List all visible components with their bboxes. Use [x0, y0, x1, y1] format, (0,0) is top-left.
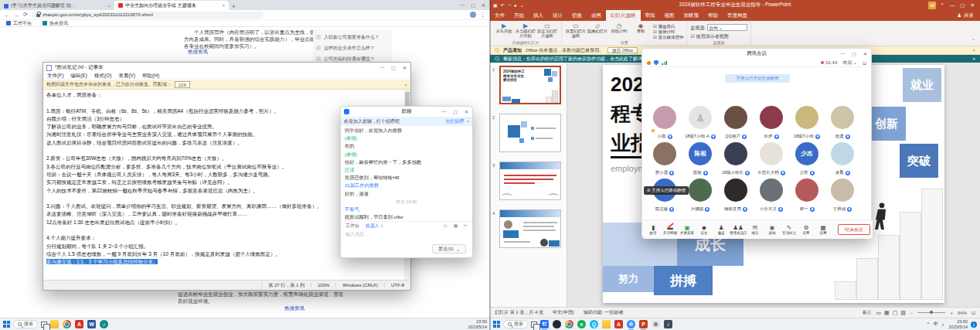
- ribbon-button[interactable]: ▶从头开始: [493, 22, 515, 39]
- chat-tool-icon[interactable]: ✂: [464, 223, 468, 229]
- meeting-tool-button[interactable]: ▦ 应用: [815, 223, 832, 237]
- account-avatar[interactable]: W: [928, 2, 936, 9]
- qat-icon[interactable]: ▣: [493, 2, 498, 8]
- ribbon-checkbox[interactable]: ☑ 显示媒体控件: [653, 35, 683, 40]
- tab-close-icon[interactable]: ×: [222, 3, 225, 8]
- browser-menu-icon[interactable]: ⋮: [480, 12, 485, 18]
- taskbar-app-icon[interactable]: [50, 320, 59, 328]
- menu-item[interactable]: 格式(O): [94, 73, 111, 80]
- ribbon-tab[interactable]: 文件: [490, 10, 509, 21]
- meeting-tool-button[interactable]: ⚙ 设置: [798, 223, 815, 237]
- zoom-percent[interactable]: 64%: [958, 311, 967, 315]
- minimize-icon[interactable]: —: [950, 2, 955, 9]
- browser-tab[interactable]: 毕业生如何办理就业手续 主题服务 ×: [114, 1, 229, 10]
- view-icon[interactable]: ▨: [900, 310, 906, 316]
- collapse-ribbon-icon[interactable]: ⌃: [971, 38, 975, 43]
- participant-tile[interactable]: 陌鸢: [825, 106, 860, 142]
- bookmark-item[interactable]: 热点资讯: [43, 20, 68, 27]
- address-bar[interactable]: zhaopin.gov.cn/zs/yjbys_syd/202311/t1221…: [32, 12, 264, 19]
- view-icon[interactable]: ▭: [876, 310, 881, 316]
- participant-tile[interactable]: 18级T小组: [789, 106, 825, 142]
- zoom-in-button[interactable]: +: [950, 311, 953, 315]
- participant-tile[interactable]: 少杰 少杰: [789, 142, 825, 179]
- participant-tile[interactable]: 18级小组长: [718, 142, 754, 179]
- monitor-select[interactable]: 自动 ⌄: [707, 24, 747, 31]
- ribbon-tab[interactable]: 帮助: [703, 10, 723, 21]
- meeting-tool-button[interactable]: ♟♟ 管理成员(18): [730, 223, 747, 237]
- ribbon-tab[interactable]: 视图: [660, 10, 679, 21]
- chat-tool-icon[interactable]: ☺: [443, 223, 448, 229]
- meeting-tool-button[interactable]: ◆ 安全: [696, 223, 713, 237]
- fullscreen-icon[interactable]: ⊡: [863, 60, 866, 66]
- notification-badge[interactable]: 1: [971, 321, 977, 328]
- taskbar-clock[interactable]: 23:50 2023/5/14: [468, 319, 487, 329]
- close-icon[interactable]: ✕: [464, 109, 468, 114]
- notes-button[interactable]: 备注: [862, 309, 871, 316]
- ribbon-button[interactable]: ◉录制: [630, 22, 652, 39]
- meeting-tool-button[interactable]: ▣ 共享屏幕: [679, 223, 696, 237]
- taskbar-clock[interactable]: 23:50 2023/5/14: [949, 319, 968, 329]
- faq-item[interactable]: 入职新公司需要准备什么？: [316, 32, 389, 43]
- news-close-icon[interactable]: ×: [972, 56, 975, 61]
- hot-search-link[interactable]: 热搜资讯: [188, 49, 208, 56]
- ribbon-button[interactable]: ▶从当前幻灯片开始: [515, 22, 536, 39]
- meeting-tool-button[interactable]: ♟ 邀请: [713, 223, 730, 237]
- ribbon-checkbox[interactable]: ☑ 使用计时: [653, 29, 683, 35]
- participant-tile[interactable]: 梦小鹿: [647, 142, 682, 179]
- start-button[interactable]: [493, 321, 500, 328]
- taskbar-app-icon[interactable]: 会: [627, 320, 635, 328]
- slide-thumbnail-2[interactable]: [499, 114, 561, 152]
- view-icon[interactable]: ▢: [893, 310, 898, 316]
- close-icon[interactable]: ✕: [481, 2, 485, 8]
- new-tab-button[interactable]: +: [232, 3, 236, 10]
- chat-message-list[interactable]: 同学你好，欢迎加入内推群[表情]在的[表情]你好，麻烦帮忙内推一下，多多指教已读…: [345, 128, 468, 220]
- taskbar-app-icon[interactable]: ♪: [100, 320, 108, 328]
- view-icon[interactable]: ▦: [884, 310, 890, 316]
- info-count-button[interactable]: 226: [175, 81, 190, 88]
- ribbon-button[interactable]: ▭设置幻灯片放映: [565, 22, 587, 39]
- ribbon-button[interactable]: ▭自定义幻灯片放映: [536, 22, 558, 39]
- taskbar-app-icon[interactable]: [553, 320, 561, 328]
- close-icon[interactable]: ✕: [971, 2, 975, 9]
- ribbon-checkbox[interactable]: ☑ 播放旁白: [653, 24, 683, 29]
- maximize-icon[interactable]: ▢: [453, 109, 458, 114]
- layout-button[interactable]: 布局 ⌄: [842, 60, 857, 66]
- start-button[interactable]: [3, 321, 10, 328]
- qat-icon[interactable]: ↷: [508, 2, 512, 8]
- activate-button[interactable]: 激活 Office: [607, 47, 638, 53]
- meeting-tool-button[interactable]: ✉ 聊天: [747, 223, 764, 237]
- ribbon-button[interactable]: ◷排练计时: [608, 22, 630, 39]
- zoom-out-button[interactable]: −: [910, 311, 914, 315]
- taskbar-app-icon[interactable]: P: [639, 320, 648, 328]
- participant-tile[interactable]: 凌晨: [825, 142, 860, 179]
- participant-tile[interactable]: 大橘猫: [682, 179, 718, 215]
- chat-tool-icon[interactable]: ▣: [453, 223, 458, 229]
- ime-indicator[interactable]: 中: [934, 321, 939, 328]
- fit-slide-icon[interactable]: ⊡: [971, 310, 975, 315]
- chat-input[interactable]: 输入消息…: [345, 231, 369, 238]
- meeting-tool-button[interactable]: ▮ 静音: [645, 223, 662, 237]
- tab-close-icon[interactable]: ×: [107, 4, 111, 9]
- taskbar-app-icon[interactable]: e: [577, 320, 586, 328]
- slide-thumbnail-3[interactable]: [499, 162, 561, 200]
- ribbon-tab[interactable]: 设计: [548, 10, 567, 21]
- browser-tab[interactable]: (学习)大学生就业问题解答 知… ×: [0, 2, 114, 10]
- menu-item[interactable]: 文件(F): [47, 73, 63, 80]
- end-meeting-button[interactable]: 结束会议: [838, 224, 870, 235]
- back-icon[interactable]: ←: [5, 12, 10, 18]
- ribbon-tab[interactable]: 幻灯片放映: [606, 10, 641, 21]
- minimize-icon[interactable]: —: [441, 109, 446, 114]
- banner-close-icon[interactable]: ×: [466, 119, 469, 124]
- slide-thumbnail-4[interactable]: [499, 209, 561, 248]
- ribbon-tab[interactable]: 动画: [587, 10, 606, 21]
- menu-item[interactable]: 查看(V): [118, 73, 135, 80]
- taskbar-app-icon[interactable]: A: [75, 320, 83, 328]
- participant-tile[interactable]: 王梓涵: [825, 179, 860, 215]
- participant-tile[interactable]: ♟ 18级T小组·A: [682, 106, 718, 142]
- participant-tile[interactable]: 志敏 陈志敏: [647, 179, 682, 215]
- qat-icon[interactable]: ⌄: [520, 2, 524, 8]
- participant-tile[interactable]: QQ用户: [718, 106, 754, 142]
- meeting-tool-button[interactable]: ◉ 录制: [764, 223, 781, 237]
- taskbar-app-icon[interactable]: [602, 320, 611, 328]
- faq-item[interactable]: 这样的企业条件怎么样？: [316, 43, 389, 53]
